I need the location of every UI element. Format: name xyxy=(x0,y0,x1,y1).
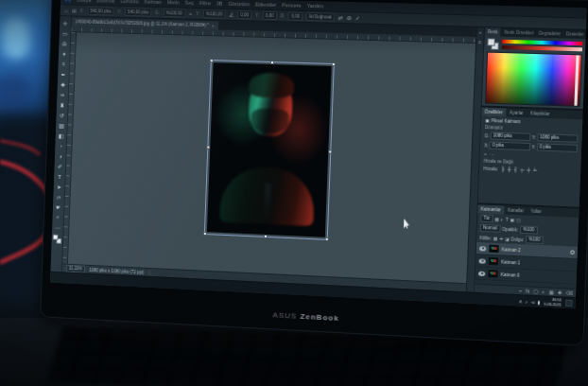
menu-katman[interactable]: Katman xyxy=(144,0,162,5)
network-icon[interactable]: ◅ xyxy=(530,298,534,304)
reference-point-icon[interactable]: ⊞ xyxy=(72,8,77,14)
crop-tool[interactable]: ⌗ xyxy=(59,59,69,69)
align-bottom-icon[interactable]: ╧ xyxy=(533,167,537,173)
photoshop-logo-icon[interactable]: Ps xyxy=(64,0,72,4)
x-input[interactable]: 540,00 piks xyxy=(87,7,113,16)
prop-y-input[interactable]: 0 piks xyxy=(536,143,578,152)
transform-handle-bm[interactable] xyxy=(264,235,268,238)
angle-input[interactable]: 0,00 xyxy=(237,10,251,19)
transform-handle-tl[interactable] xyxy=(210,59,214,62)
layer-name[interactable]: Katman 1 xyxy=(501,259,574,268)
layer-thumbnail[interactable] xyxy=(489,245,499,254)
hidden-icons-chevron-icon[interactable]: ∧ xyxy=(519,298,523,304)
align-center-v-icon[interactable]: ╪ xyxy=(527,167,530,172)
lock-all-icon[interactable]: ◪ xyxy=(505,237,510,241)
layer-mask-icon[interactable]: ▢ xyxy=(533,289,538,294)
menu-goruntu[interactable]: Görüntü xyxy=(120,0,138,4)
visibility-eye-icon[interactable] xyxy=(478,271,485,275)
transform-handle-br[interactable] xyxy=(325,237,329,241)
new-layer-icon[interactable]: ✚ xyxy=(558,290,562,295)
quick-select-tool[interactable]: ✦ xyxy=(59,48,69,59)
prop-h-input[interactable]: 1080 piks xyxy=(537,133,579,143)
brush-tool[interactable]: ✑ xyxy=(58,90,68,100)
transform-handle-mr[interactable] xyxy=(328,149,332,153)
pen-tool[interactable]: ✐ xyxy=(55,161,65,171)
fill-input[interactable]: %100 xyxy=(526,236,544,244)
link-dimensions-icon[interactable]: ⌁ xyxy=(189,10,193,17)
history-brush-tool[interactable]: ↺ xyxy=(57,110,67,120)
adjustment-layer-icon[interactable]: ◐ xyxy=(542,289,545,294)
y-input[interactable]: 540,00 piks xyxy=(125,8,151,17)
transform-handle-tr[interactable] xyxy=(332,62,336,66)
canvas[interactable] xyxy=(68,32,476,283)
transform-handle-tm[interactable] xyxy=(270,61,274,64)
switch-transform-mode-icon[interactable]: ⇄ xyxy=(338,14,343,21)
vskew-input[interactable]: 0,00 xyxy=(288,11,303,20)
width-input[interactable]: %100,00 xyxy=(163,9,185,18)
prop-more-icon[interactable]: ··· xyxy=(490,151,494,157)
panel-fg-swatch[interactable] xyxy=(487,38,495,45)
layer-effects-icon[interactable]: fx xyxy=(526,288,529,293)
align-top-icon[interactable]: ╤ xyxy=(520,167,524,172)
type-tool[interactable]: T xyxy=(54,171,64,182)
menu-eklentiler[interactable]: Eklentiler xyxy=(255,2,277,9)
transform-handle-ml[interactable] xyxy=(206,146,210,149)
menu-sec[interactable]: Seç xyxy=(185,0,195,6)
battery-icon[interactable]: ▮ xyxy=(537,299,540,305)
gradient-tool[interactable]: ◧ xyxy=(56,131,66,141)
commit-transform-icon[interactable]: ✓ xyxy=(355,14,360,21)
color-swatches[interactable] xyxy=(53,235,62,244)
foreground-color-swatch[interactable] xyxy=(53,235,59,240)
height-input[interactable]: %100,00 xyxy=(203,9,226,19)
delete-layer-icon[interactable]: ⌫ xyxy=(565,290,573,296)
menu-pencere[interactable]: Pencere xyxy=(282,2,302,9)
align-right-icon[interactable]: ╢ xyxy=(514,167,518,172)
layer-thumbnail[interactable] xyxy=(488,270,498,278)
shape-tool[interactable]: ▱ xyxy=(54,191,64,202)
interpolation-select[interactable]: İki Doğrusal xyxy=(306,12,335,22)
menu-3b[interactable]: 3B xyxy=(216,1,223,7)
transform-handle-bl[interactable] xyxy=(203,232,207,236)
filter-kind-icon[interactable]: ▦ xyxy=(494,217,499,221)
menu-dosya[interactable]: Dosya xyxy=(77,0,91,3)
prop-x-input[interactable]: 0 piks xyxy=(490,141,530,150)
filter-smart-icon[interactable]: ▢ xyxy=(516,218,521,222)
dock-panel-icon[interactable]: ≡ xyxy=(478,39,481,44)
lasso-tool[interactable]: ✇ xyxy=(60,39,70,49)
blur-tool[interactable]: ◔ xyxy=(56,141,66,151)
filter-shape-icon[interactable]: ▣ xyxy=(510,217,515,221)
menu-yardim[interactable]: Yardım xyxy=(307,3,324,9)
align-center-h-icon[interactable]: ╫ xyxy=(508,167,511,172)
hand-tool[interactable]: ☛ xyxy=(53,202,63,212)
move-tool[interactable]: ✛ xyxy=(61,18,71,28)
volume-icon[interactable]: ♪ xyxy=(526,298,528,304)
close-tab-icon[interactable]: × xyxy=(212,23,215,28)
taskbar-clock[interactable]: 16:51 5.05.2021 xyxy=(544,297,562,307)
layer-name[interactable]: Katman 0 xyxy=(501,272,574,280)
color-picker-cube[interactable] xyxy=(485,52,582,107)
filter-type-icon[interactable]: T xyxy=(506,217,509,221)
healing-brush-tool[interactable]: ✚ xyxy=(58,79,68,90)
dodge-tool[interactable]: ◑ xyxy=(55,150,65,161)
prop-link-icon[interactable]: ⌁ xyxy=(484,150,487,156)
eyedropper-tool[interactable]: ✒ xyxy=(59,69,69,79)
blend-mode-select[interactable]: Normal xyxy=(480,224,500,233)
collapse-panels-icon[interactable]: « xyxy=(479,29,482,35)
align-left-icon[interactable]: ╟ xyxy=(501,166,505,171)
saturation-slider[interactable] xyxy=(502,45,582,52)
opacity-input[interactable]: %100 xyxy=(520,226,537,235)
path-select-tool[interactable]: ➤ xyxy=(54,182,64,192)
lock-transparent-icon[interactable]: ▦ xyxy=(493,236,498,240)
cancel-transform-icon[interactable]: ⊘ xyxy=(347,14,352,21)
clone-stamp-tool[interactable]: ♜ xyxy=(57,99,67,110)
layer-group-icon[interactable]: ▦ xyxy=(549,290,554,295)
layer-name[interactable]: Katman 2 xyxy=(502,247,568,254)
status-chevron-icon[interactable]: 〉 xyxy=(148,270,153,274)
eraser-tool[interactable]: ▨ xyxy=(57,120,67,131)
prop-w-input[interactable]: 1080 piks xyxy=(490,132,529,141)
menu-filtre[interactable]: Filtre xyxy=(199,0,211,6)
layer-thumbnail[interactable] xyxy=(489,257,499,266)
marquee-tool[interactable]: ▭ xyxy=(60,28,70,39)
layer-filter-select[interactable]: Tür xyxy=(480,215,493,223)
visibility-eye-icon[interactable] xyxy=(478,258,485,263)
